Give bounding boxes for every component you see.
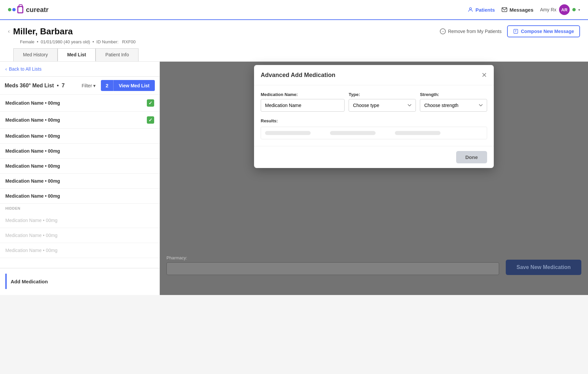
tab-med-history[interactable]: Med History bbox=[13, 48, 58, 61]
med-name-input[interactable] bbox=[261, 99, 345, 112]
main-content: ‹ Back to All Lists Meds 360° Med List •… bbox=[0, 62, 588, 295]
tab-med-list[interactable]: Med List bbox=[58, 48, 96, 61]
hidden-med-item-name: Medication Name • 00mg bbox=[5, 218, 58, 223]
nav-patients-link[interactable]: Patients bbox=[467, 7, 495, 13]
logo-icon bbox=[8, 6, 24, 13]
results-cell-3 bbox=[391, 127, 456, 139]
modal-fields: Medication Name: Type: Choose type Table… bbox=[261, 92, 487, 112]
nav-right: Patients Messages Amy Rx AR ▾ bbox=[467, 4, 580, 15]
med-list-item[interactable]: Medication Name • 00mg bbox=[0, 159, 159, 174]
results-cell-2 bbox=[326, 127, 391, 139]
filter-button[interactable]: Filter ▾ bbox=[82, 83, 96, 88]
back-chevron-icon: ‹ bbox=[5, 66, 7, 72]
view-med-list-button[interactable]: 2 View Med List bbox=[101, 80, 155, 91]
placeholder-bar-3 bbox=[395, 131, 441, 135]
logo: cureatr bbox=[8, 6, 49, 14]
med-list-item[interactable]: Medication Name • 00mg bbox=[0, 144, 159, 159]
add-med-bar bbox=[5, 274, 7, 289]
patient-header: ‹ Miller, Barbara − Remove from My Patie… bbox=[0, 20, 588, 62]
nav-messages-link[interactable]: Messages bbox=[501, 7, 533, 13]
hidden-med-list-item: Medication Name • 00mg bbox=[0, 228, 159, 243]
compose-icon bbox=[513, 29, 518, 34]
tab-patient-info[interactable]: Patient Info bbox=[96, 48, 139, 61]
left-panel: ‹ Back to All Lists Meds 360° Med List •… bbox=[0, 62, 160, 295]
type-select[interactable]: Choose type Tablet Capsule Liquid Inject… bbox=[349, 99, 416, 112]
med-list-item[interactable]: Medication Name • 00mg✓ bbox=[0, 95, 159, 112]
check-icon: ✓ bbox=[147, 99, 154, 107]
hidden-med-list-item: Medication Name • 00mg bbox=[0, 213, 159, 228]
med-list-item[interactable]: Medication Name • 00mg bbox=[0, 129, 159, 144]
hidden-med-item-name: Medication Name • 00mg bbox=[5, 248, 58, 253]
logo-text: cureatr bbox=[26, 6, 49, 14]
modal-header: Advanced Add Medication ✕ bbox=[254, 65, 494, 85]
hidden-section-label: HIDDEN bbox=[0, 204, 159, 213]
med-item-name: Medication Name • 00mg bbox=[5, 163, 60, 169]
topnav: cureatr Patients Messages Amy Rx AR ▾ bbox=[0, 0, 588, 20]
modal-footer: Done bbox=[254, 146, 494, 168]
med-item-name: Medication Name • 00mg bbox=[5, 178, 60, 184]
modal-overlay: Advanced Add Medication ✕ Medication Nam… bbox=[160, 62, 588, 295]
modal-title: Advanced Add Medication bbox=[261, 72, 335, 79]
logo-dot-blue bbox=[12, 8, 16, 11]
med-name-label: Medication Name: bbox=[261, 92, 345, 97]
med-list-item[interactable]: Medication Name • 00mg bbox=[0, 174, 159, 189]
results-table bbox=[261, 127, 487, 139]
results-label: Results: bbox=[261, 118, 487, 123]
hidden-med-item-name: Medication Name • 00mg bbox=[5, 233, 58, 238]
med-item-name: Medication Name • 00mg bbox=[5, 100, 60, 106]
compose-message-button[interactable]: Compose New Message bbox=[507, 25, 580, 37]
check-icon: ✓ bbox=[147, 116, 154, 124]
med-list-item[interactable]: Medication Name • 00mg bbox=[0, 189, 159, 204]
type-field-group: Type: Choose type Tablet Capsule Liquid … bbox=[349, 92, 416, 112]
results-row bbox=[261, 127, 487, 139]
med-item-name: Medication Name • 00mg bbox=[5, 117, 60, 123]
placeholder-bar-1 bbox=[265, 131, 311, 135]
chevron-down-icon[interactable]: ▾ bbox=[578, 8, 580, 12]
med-item-name: Medication Name • 00mg bbox=[5, 133, 60, 139]
status-dot bbox=[572, 8, 576, 11]
back-to-lists-link[interactable]: ‹ Back to All Lists bbox=[0, 62, 159, 77]
right-overlay: Pharmacy: Save New Medication Advanced A… bbox=[160, 62, 588, 295]
modal-close-button[interactable]: ✕ bbox=[481, 71, 487, 79]
done-button[interactable]: Done bbox=[456, 151, 487, 163]
patient-name: Miller, Barbara bbox=[13, 26, 73, 37]
messages-icon bbox=[501, 7, 507, 13]
filter-chevron-icon: ▾ bbox=[93, 83, 96, 88]
header-actions: − Remove from My Patients Compose New Me… bbox=[440, 25, 580, 37]
logo-lock-icon bbox=[17, 6, 23, 13]
strength-label: Strength: bbox=[420, 92, 487, 97]
hidden-items-list: Medication Name • 00mgMedication Name • … bbox=[0, 213, 159, 258]
avatar: AR bbox=[559, 4, 570, 15]
back-arrow-icon[interactable]: ‹ bbox=[8, 28, 10, 34]
svg-point-0 bbox=[469, 8, 471, 10]
tabs: Med History Med List Patient Info bbox=[13, 48, 580, 61]
strength-field-group: Strength: Choose strength 10mg 25mg 50mg… bbox=[420, 92, 487, 112]
med-list-header: Meds 360° Med List • 7 bbox=[5, 83, 65, 89]
med-name-field-group: Medication Name: bbox=[261, 92, 345, 112]
med-item-name: Medication Name • 00mg bbox=[5, 193, 60, 199]
results-cell-1 bbox=[261, 127, 326, 139]
strength-select[interactable]: Choose strength 10mg 25mg 50mg 100mg bbox=[420, 99, 487, 112]
remove-from-patients-button[interactable]: − Remove from My Patients bbox=[440, 28, 501, 34]
patients-icon bbox=[467, 7, 473, 13]
med-list-item[interactable]: Medication Name • 00mg✓ bbox=[0, 112, 159, 129]
placeholder-bar-2 bbox=[330, 131, 376, 135]
hidden-med-list-item: Medication Name • 00mg bbox=[0, 243, 159, 258]
modal-body: Medication Name: Type: Choose type Table… bbox=[254, 85, 494, 146]
add-medication-button[interactable]: Add Medication bbox=[0, 268, 159, 294]
logo-dot-green bbox=[8, 8, 11, 11]
remove-circle-icon: − bbox=[440, 28, 446, 34]
nav-user: Amy Rx AR ▾ bbox=[540, 4, 580, 15]
advanced-add-medication-modal: Advanced Add Medication ✕ Medication Nam… bbox=[254, 65, 494, 168]
results-cell-4 bbox=[456, 127, 487, 139]
med-item-name: Medication Name • 00mg bbox=[5, 148, 60, 154]
med-items-list: Medication Name • 00mg✓Medication Name •… bbox=[0, 95, 159, 204]
type-label: Type: bbox=[349, 92, 416, 97]
patient-info: Female • 01/01/1980 (40 years old) • ID … bbox=[20, 39, 580, 44]
